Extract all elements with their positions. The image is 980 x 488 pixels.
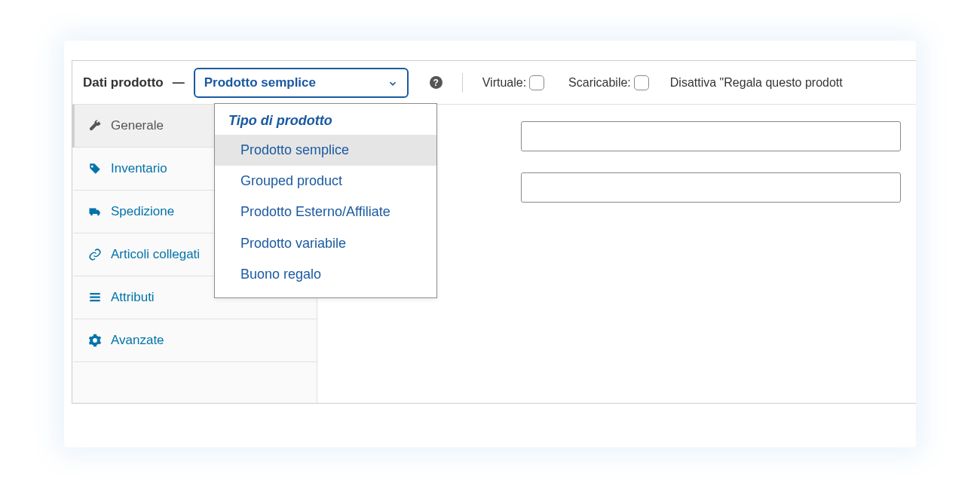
tab-shipping-label: Spedizione — [111, 204, 174, 219]
dropdown-item-grouped[interactable]: Grouped product — [215, 166, 436, 197]
disable-gift-text: Disattiva "Regala questo prodott — [670, 76, 843, 90]
tab-general-label: Generale — [111, 118, 164, 133]
dropdown-item-simple[interactable]: Prodotto semplice — [215, 135, 436, 166]
svg-rect-2 — [90, 300, 100, 301]
screenshot-card: Dati prodotto — Prodotto semplice ? Virt… — [64, 41, 916, 447]
tab-attributes-label: Attributi — [111, 290, 155, 305]
panel-title: Dati prodotto — [83, 75, 164, 90]
dropdown-group-label: Tipo di prodotto — [215, 104, 436, 135]
tab-inventory-label: Inventario — [111, 161, 167, 176]
virtual-field: Virtuale: — [482, 75, 544, 90]
panel-body: Generale Inventario Spedizione — [72, 105, 916, 403]
sale-price-input[interactable] — [521, 172, 901, 203]
dropdown-item-giftcard[interactable]: Buono regalo — [215, 259, 436, 290]
chevron-down-icon — [387, 78, 398, 88]
downloadable-checkbox[interactable] — [634, 75, 649, 90]
help-icon[interactable]: ? — [430, 76, 443, 89]
virtual-label: Virtuale: — [482, 76, 526, 90]
dropdown-item-variable[interactable]: Prodotto variabile — [215, 228, 436, 259]
tab-advanced[interactable]: Avanzate — [72, 319, 317, 362]
product-type-select[interactable]: Prodotto semplice — [194, 68, 409, 98]
viewport: Dati prodotto — Prodotto semplice ? Virt… — [0, 0, 980, 488]
tab-linked-label: Articoli collegati — [111, 247, 200, 262]
regular-price-input[interactable] — [521, 121, 901, 151]
product-type-select-value: Prodotto semplice — [204, 75, 316, 90]
product-type-dropdown: Tipo di prodotto Prodotto semplice Group… — [214, 103, 437, 298]
svg-rect-1 — [90, 297, 100, 298]
list-icon — [88, 291, 102, 304]
tab-advanced-label: Avanzate — [111, 333, 164, 348]
link-icon — [88, 248, 102, 261]
product-data-panel: Dati prodotto — Prodotto semplice ? Virt… — [72, 60, 916, 404]
downloadable-field: Scaricabile: — [568, 75, 649, 90]
panel-header: Dati prodotto — Prodotto semplice ? Virt… — [72, 61, 916, 105]
separator — [462, 73, 463, 93]
svg-rect-0 — [90, 293, 100, 294]
truck-icon — [88, 205, 102, 218]
dropdown-item-external[interactable]: Prodotto Esterno/Affiliate — [215, 197, 436, 227]
gear-icon — [88, 334, 102, 347]
virtual-checkbox[interactable] — [529, 75, 544, 90]
tag-icon — [88, 162, 102, 175]
downloadable-label: Scaricabile: — [568, 76, 631, 90]
wrench-icon — [88, 119, 102, 133]
dash: — — [173, 76, 185, 90]
